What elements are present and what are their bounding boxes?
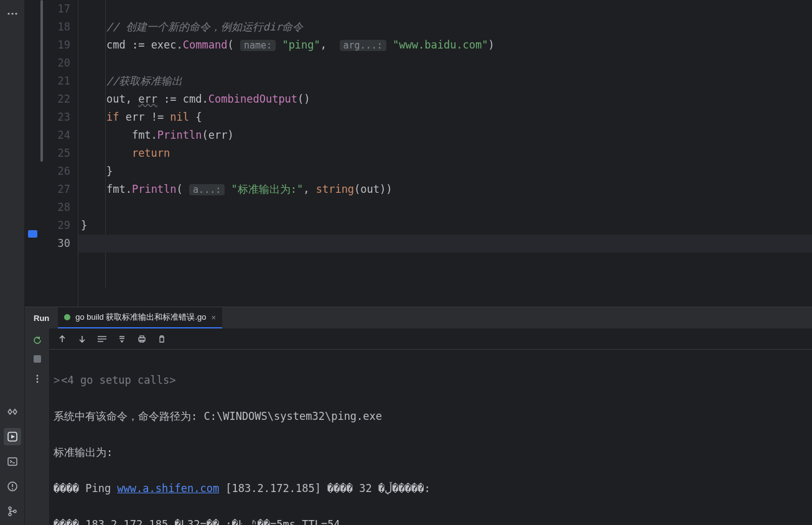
line-number: 25 — [40, 144, 70, 162]
line-number: 30 — [40, 235, 70, 253]
svg-point-1 — [11, 12, 13, 14]
stop-icon[interactable] — [29, 351, 45, 367]
run-content: ><4 go setup calls> 系统中有该命令，命令路径为: C:\WI… — [50, 328, 812, 525]
code-line[interactable]: fmt.Println(err) — [78, 126, 812, 144]
run-tool-icon[interactable] — [4, 428, 21, 445]
line-number: 28 — [40, 198, 70, 216]
main-area: 17 18 19 20 21 22 23 24 25 26 27 28 29 3… — [25, 0, 812, 525]
code-line[interactable] — [78, 198, 812, 216]
line-number: 17 — [40, 0, 70, 18]
app-root: 17 18 19 20 21 22 23 24 25 26 27 28 29 3… — [0, 0, 812, 525]
more-icon[interactable] — [4, 5, 21, 22]
svg-marker-6 — [11, 435, 15, 439]
code-line[interactable]: if err != nil { — [78, 108, 812, 126]
svg-point-12 — [9, 507, 11, 509]
svg-marker-4 — [8, 409, 12, 414]
code-line[interactable]: // 创建一个新的命令，例如运行dir命令 — [78, 18, 812, 36]
vcs-icon[interactable] — [4, 503, 21, 520]
editor-markers — [25, 0, 40, 307]
code-line[interactable]: out, err := cmd.CombinedOutput() — [78, 90, 812, 108]
svg-marker-3 — [13, 409, 17, 414]
svg-point-14 — [14, 510, 16, 513]
line-number: 26 — [40, 162, 70, 180]
code-line[interactable]: return — [78, 144, 812, 162]
line-number: 23 — [40, 108, 70, 126]
svg-rect-16 — [34, 355, 41, 363]
soft-wrap-icon[interactable] — [96, 333, 108, 345]
line-number: 21 — [40, 72, 70, 90]
left-tool-strip — [0, 0, 25, 525]
svg-point-0 — [7, 12, 9, 14]
run-panel: Run go build 获取标准输出和标准错误.go × — [25, 307, 812, 525]
console-output[interactable]: ><4 go setup calls> 系统中有该命令，命令路径为: C:\WI… — [50, 350, 812, 525]
change-marker — [40, 0, 43, 162]
run-tab-label: go build 获取标准输出和标准错误.go — [75, 312, 206, 323]
rerun-icon[interactable] — [29, 332, 45, 348]
line-number-gutter: 17 18 19 20 21 22 23 24 25 26 27 28 29 3… — [40, 0, 78, 307]
scroll-to-end-icon[interactable] — [116, 333, 128, 345]
print-icon[interactable] — [136, 333, 148, 345]
down-stack-icon[interactable] — [76, 333, 88, 345]
more-actions-icon[interactable] — [29, 371, 45, 387]
code-area[interactable]: // 创建一个新的命令，例如运行dir命令 cmd := exec.Comman… — [78, 0, 812, 307]
svg-point-13 — [9, 513, 11, 516]
up-stack-icon[interactable] — [56, 333, 68, 345]
code-line[interactable]: cmd := exec.Command( name: "ping", arg..… — [78, 36, 812, 54]
go-run-icon — [64, 314, 70, 320]
line-number: 24 — [40, 126, 70, 144]
run-body: ><4 go setup calls> 系统中有该命令，命令路径为: C:\WI… — [25, 328, 812, 525]
svg-point-18 — [36, 378, 38, 380]
services-icon[interactable] — [4, 403, 21, 420]
line-number: 29 — [40, 216, 70, 235]
code-line[interactable]: } — [78, 216, 812, 235]
svg-point-11 — [12, 488, 13, 490]
line-number: 20 — [40, 54, 70, 72]
line-number: 18 — [40, 18, 70, 36]
code-line[interactable]: //获取标准输出 — [78, 72, 812, 90]
run-toolbar-left — [25, 328, 50, 525]
problems-icon[interactable] — [4, 478, 21, 495]
code-line[interactable] — [78, 54, 812, 72]
terminal-icon[interactable] — [4, 453, 21, 470]
svg-point-19 — [36, 381, 38, 383]
console-link[interactable]: www.a.shifen.com — [117, 482, 219, 495]
code-line[interactable] — [78, 0, 812, 18]
line-number: 19 — [40, 36, 70, 54]
line-number: 27 — [40, 180, 70, 198]
run-label: Run — [25, 307, 58, 328]
svg-point-2 — [15, 12, 17, 14]
code-line[interactable]: fmt.Println( a...: "标准输出为:", string(out)… — [78, 180, 812, 198]
close-icon[interactable]: × — [212, 313, 217, 322]
code-line-active[interactable] — [78, 235, 812, 253]
fold-chevron-icon[interactable]: > — [54, 374, 60, 386]
svg-rect-24 — [140, 336, 144, 338]
bookmark-marker[interactable] — [28, 230, 37, 238]
run-toolbar-top — [50, 328, 812, 350]
line-number: 22 — [40, 90, 70, 108]
svg-point-17 — [36, 375, 38, 377]
run-header: Run go build 获取标准输出和标准错误.go × — [25, 307, 812, 328]
editor: 17 18 19 20 21 22 23 24 25 26 27 28 29 3… — [25, 0, 812, 307]
clear-icon[interactable] — [156, 333, 168, 345]
code-line[interactable]: } — [78, 162, 812, 180]
run-config-tab[interactable]: go build 获取标准输出和标准错误.go × — [58, 307, 222, 328]
